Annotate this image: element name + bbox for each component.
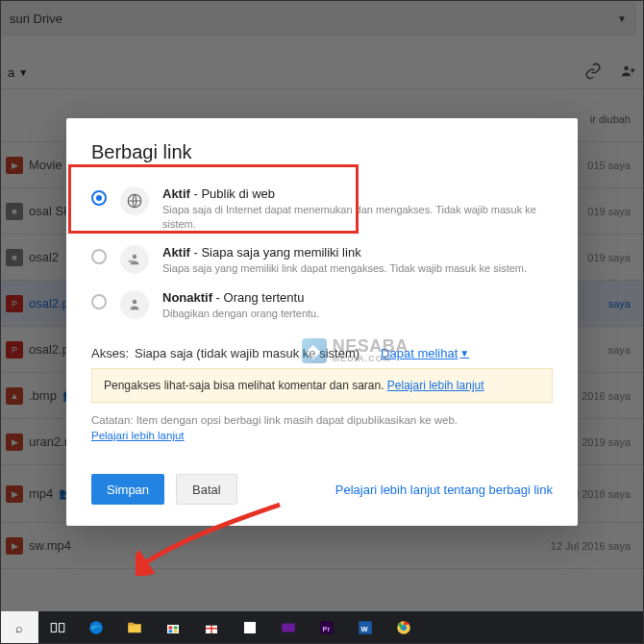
svg-point-4	[133, 300, 137, 305]
share-option-anyone-link[interactable]: Aktif - Siapa saja yang memiliki link Si…	[91, 239, 553, 284]
app-icon[interactable]	[231, 611, 269, 644]
app-icon[interactable]	[269, 611, 308, 644]
svg-text:Pr: Pr	[323, 625, 331, 633]
person-link-icon	[120, 245, 149, 274]
radio-unchecked-icon[interactable]	[91, 294, 107, 310]
edge-icon[interactable]	[77, 611, 115, 644]
svg-rect-20	[282, 624, 295, 632]
annotation-arrow-icon	[136, 499, 299, 576]
svg-rect-12	[169, 627, 173, 630]
notice-box: Pengakses lihat-saja bisa melihat koment…	[91, 368, 553, 403]
windows-store-icon[interactable]	[154, 611, 192, 644]
save-button[interactable]: Simpan	[91, 474, 164, 505]
svg-rect-14	[169, 630, 173, 632]
svg-point-2	[133, 255, 137, 260]
svg-rect-19	[244, 622, 256, 633]
globe-icon	[120, 186, 149, 215]
access-value: Siapa saja (tidak wajib masuk ke sistem)	[135, 346, 359, 360]
premiere-icon[interactable]: Pr	[308, 611, 346, 644]
svg-rect-6	[51, 624, 56, 632]
radio-checked-icon[interactable]	[91, 190, 107, 206]
footnote: Catatan: Item dengan opsi berbagi link m…	[91, 412, 553, 443]
modal-overlay[interactable]: Berbagi link Aktif - Publik di web Siapa…	[0, 0, 644, 644]
svg-text:W: W	[361, 625, 369, 633]
learn-more-link[interactable]: Pelajari lebih lanjut	[91, 430, 185, 441]
dialog-button-row: Simpan Batal Pelajari lebih lanjut tenta…	[91, 474, 553, 505]
cortana-icon[interactable]: ⌕	[0, 611, 38, 644]
cancel-button[interactable]: Batal	[176, 474, 237, 505]
svg-rect-13	[174, 627, 178, 630]
access-label: Akses:	[91, 346, 129, 360]
access-row: Akses: Siapa saja (tidak wajib masuk ke …	[91, 346, 553, 360]
svg-rect-15	[174, 630, 178, 632]
svg-rect-7	[60, 624, 64, 632]
learn-more-sharing-link[interactable]: Pelajari lebih lanjut tentang berbagi li…	[335, 483, 553, 497]
gift-icon[interactable]	[192, 611, 231, 644]
dialog-title: Berbagi link	[91, 141, 553, 163]
radio-unchecked-icon[interactable]	[91, 249, 107, 264]
person-icon	[120, 290, 149, 319]
svg-rect-17	[211, 626, 212, 633]
file-explorer-icon[interactable]	[115, 611, 154, 644]
chrome-icon[interactable]	[384, 611, 423, 644]
svg-rect-3	[128, 260, 134, 262]
learn-more-link[interactable]: Pelajari lebih lanjut	[387, 379, 484, 392]
share-option-public[interactable]: Aktif - Publik di web Siapa saja di Inte…	[91, 181, 553, 240]
svg-rect-18	[206, 628, 217, 630]
share-option-specific[interactable]: Nonaktif - Orang tertentu Dibagikan deng…	[91, 285, 553, 329]
word-icon[interactable]: W	[346, 611, 384, 644]
share-link-dialog: Berbagi link Aktif - Publik di web Siapa…	[66, 118, 578, 527]
svg-rect-10	[128, 623, 134, 626]
task-view-icon[interactable]	[38, 611, 77, 644]
permission-dropdown[interactable]: Dapat melihat▼	[381, 346, 469, 360]
windows-taskbar[interactable]: ⌕ Pr W	[0, 611, 644, 644]
